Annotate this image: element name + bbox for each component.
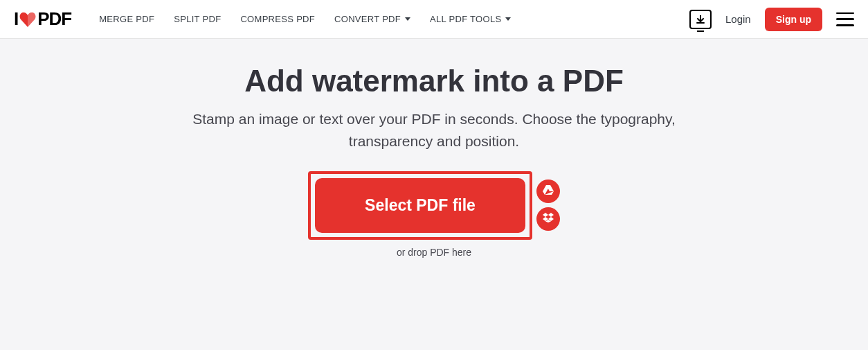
google-drive-icon	[543, 185, 554, 198]
drop-hint: or drop PDF here	[0, 247, 868, 258]
google-drive-button[interactable]	[536, 180, 560, 203]
nav: MERGE PDF SPLIT PDF COMPRESS PDF CONVERT…	[99, 14, 689, 24]
heart-icon	[19, 12, 36, 28]
main-content: Add watermark into a PDF Stamp an image …	[0, 39, 868, 258]
nav-split-pdf[interactable]: SPLIT PDF	[174, 14, 221, 24]
select-pdf-button[interactable]: Select PDF file	[315, 178, 525, 233]
signup-button[interactable]: Sign up	[765, 8, 822, 31]
nav-all-tools-label: ALL PDF TOOLS	[430, 14, 501, 24]
page-subtitle: Stamp an image or text over your PDF in …	[157, 108, 711, 152]
logo[interactable]: I PDF	[14, 8, 71, 30]
caret-down-icon	[405, 17, 410, 21]
logo-text-prefix: I	[14, 8, 18, 30]
cloud-buttons	[536, 180, 560, 231]
dropbox-button[interactable]	[536, 207, 560, 231]
upload-area: Select PDF file	[308, 171, 560, 240]
header-right: Login Sign up	[689, 8, 854, 31]
nav-all-pdf-tools[interactable]: ALL PDF TOOLS	[430, 14, 511, 24]
nav-merge-pdf[interactable]: MERGE PDF	[99, 14, 154, 24]
page-title: Add watermark into a PDF	[0, 64, 868, 98]
login-link[interactable]: Login	[725, 13, 751, 25]
nav-compress-pdf[interactable]: COMPRESS PDF	[240, 14, 315, 24]
desktop-download-icon[interactable]	[689, 10, 712, 29]
select-file-highlight: Select PDF file	[308, 171, 532, 240]
nav-convert-label: CONVERT PDF	[334, 14, 401, 24]
dropbox-icon	[543, 213, 554, 225]
caret-down-icon	[505, 17, 511, 21]
nav-convert-pdf[interactable]: CONVERT PDF	[334, 14, 410, 24]
hamburger-menu-icon[interactable]	[836, 12, 854, 26]
header: I PDF MERGE PDF SPLIT PDF COMPRESS PDF C…	[0, 0, 868, 39]
logo-text-suffix: PDF	[37, 8, 71, 30]
